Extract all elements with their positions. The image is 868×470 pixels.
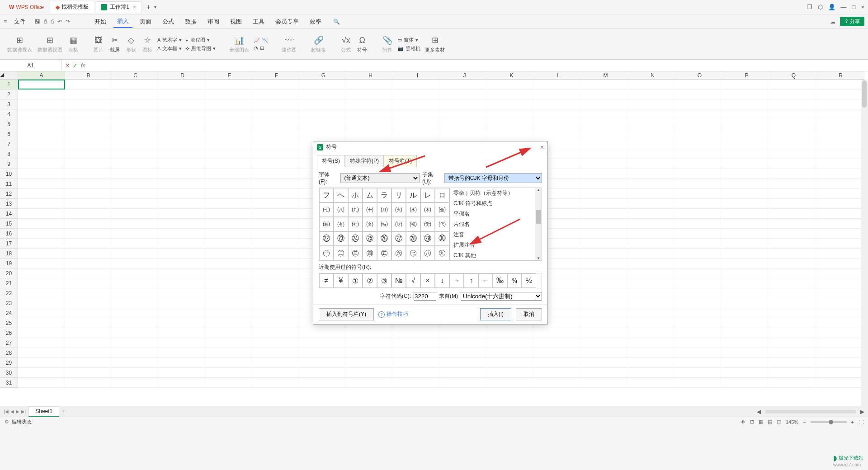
col-header-G[interactable]: G bbox=[300, 71, 347, 80]
col-header-O[interactable]: O bbox=[676, 71, 723, 80]
cell[interactable] bbox=[112, 268, 159, 278]
cell[interactable] bbox=[112, 159, 159, 169]
cell[interactable] bbox=[159, 159, 206, 169]
cell[interactable] bbox=[18, 159, 65, 169]
cell[interactable] bbox=[817, 219, 864, 229]
cell[interactable] bbox=[723, 268, 770, 278]
symbol-cell[interactable]: ㉒ bbox=[319, 231, 334, 246]
cell[interactable] bbox=[65, 348, 112, 358]
row-header-12[interactable]: 12 bbox=[0, 189, 18, 199]
row-header-2[interactable]: 2 bbox=[0, 89, 18, 99]
cell[interactable] bbox=[206, 209, 253, 219]
cell[interactable] bbox=[676, 229, 723, 239]
cell[interactable] bbox=[441, 338, 488, 348]
cell[interactable] bbox=[112, 278, 159, 288]
cell[interactable] bbox=[112, 308, 159, 318]
cell[interactable] bbox=[535, 338, 582, 348]
col-header-E[interactable]: E bbox=[206, 71, 253, 80]
undo-icon[interactable]: ↶ bbox=[57, 19, 62, 25]
symbol-cell[interactable]: ㉚ bbox=[435, 231, 449, 246]
cell[interactable] bbox=[159, 229, 206, 239]
col-header-A[interactable]: A bbox=[18, 71, 65, 80]
cell[interactable] bbox=[676, 80, 723, 89]
symbol-cell[interactable]: ㈷ bbox=[406, 217, 420, 231]
cell[interactable] bbox=[488, 348, 535, 358]
symbol-cell[interactable]: ル bbox=[406, 188, 420, 202]
cell[interactable] bbox=[112, 199, 159, 209]
cell[interactable] bbox=[817, 268, 864, 278]
allcharts-button[interactable]: 📊全部图表 bbox=[227, 34, 251, 54]
cell[interactable] bbox=[206, 199, 253, 209]
cell[interactable] bbox=[676, 368, 723, 378]
cell[interactable] bbox=[112, 99, 159, 109]
cell[interactable] bbox=[770, 179, 817, 189]
accept-formula-icon[interactable]: ✓ bbox=[73, 62, 77, 69]
cell[interactable] bbox=[676, 149, 723, 159]
cell[interactable] bbox=[159, 318, 206, 328]
mindmap-button[interactable]: ⊹思维导图▾ bbox=[184, 45, 217, 52]
cell[interactable] bbox=[18, 99, 65, 109]
cell[interactable] bbox=[723, 179, 770, 189]
cell[interactable] bbox=[676, 278, 723, 288]
cell[interactable] bbox=[441, 119, 488, 129]
row-header-11[interactable]: 11 bbox=[0, 179, 18, 189]
cell[interactable] bbox=[206, 308, 253, 318]
cell[interactable] bbox=[535, 368, 582, 378]
cell[interactable] bbox=[817, 99, 864, 109]
cell[interactable] bbox=[300, 89, 347, 99]
view-reading-icon[interactable]: ◫ bbox=[777, 419, 781, 425]
cancel-formula-icon[interactable]: × bbox=[66, 62, 69, 69]
cell[interactable] bbox=[65, 179, 112, 189]
cell[interactable] bbox=[629, 318, 676, 328]
cell[interactable] bbox=[18, 318, 65, 328]
cell[interactable] bbox=[629, 149, 676, 159]
cell[interactable] bbox=[488, 328, 535, 338]
cell[interactable] bbox=[629, 298, 676, 308]
cell[interactable] bbox=[770, 338, 817, 348]
cell[interactable] bbox=[253, 159, 300, 169]
cell[interactable] bbox=[770, 219, 817, 229]
row-header-7[interactable]: 7 bbox=[0, 139, 18, 149]
recent-symbol-cell[interactable]: × bbox=[420, 273, 435, 288]
recent-symbols-grid[interactable]: ≠¥①②③№√×↓→↑←‰¾½ bbox=[319, 273, 542, 288]
symbol-cell[interactable]: ロ bbox=[435, 188, 449, 202]
cell[interactable] bbox=[582, 308, 629, 318]
dropdown-item[interactable]: 注音 bbox=[450, 230, 542, 240]
cell[interactable] bbox=[394, 328, 441, 338]
shape-button[interactable]: ◇形状 bbox=[124, 34, 138, 54]
cell[interactable] bbox=[206, 348, 253, 358]
cell[interactable] bbox=[441, 358, 488, 368]
cell[interactable] bbox=[65, 89, 112, 99]
cell[interactable] bbox=[159, 209, 206, 219]
row-header-29[interactable]: 29 bbox=[0, 358, 18, 368]
cell[interactable] bbox=[723, 328, 770, 338]
search-icon[interactable]: 🔍 bbox=[333, 19, 340, 25]
menu-review[interactable]: 审阅 bbox=[204, 16, 223, 28]
cell[interactable] bbox=[300, 348, 347, 358]
symbol-grid[interactable]: フヘホムラリルレロ㈦㈧㈨㈩㈪㈫㈬㈭㈮㈱㈲㈳㈴㈵㈶㈷㈸㈹㉒㉓㉔㉕㉖㉗㉘㉙㉚㊀㊁㊂㊃… bbox=[319, 188, 449, 260]
add-sheet-button[interactable]: + bbox=[62, 408, 66, 415]
cell[interactable] bbox=[817, 139, 864, 149]
cell[interactable] bbox=[18, 199, 65, 209]
cell[interactable] bbox=[112, 249, 159, 258]
cell[interactable] bbox=[582, 219, 629, 229]
cell[interactable] bbox=[723, 99, 770, 109]
cell[interactable] bbox=[629, 249, 676, 258]
cell[interactable] bbox=[676, 179, 723, 189]
col-header-P[interactable]: P bbox=[723, 71, 770, 80]
cell[interactable] bbox=[582, 89, 629, 99]
cell[interactable] bbox=[582, 189, 629, 199]
cell[interactable] bbox=[206, 368, 253, 378]
cell[interactable] bbox=[770, 159, 817, 169]
row-header-24[interactable]: 24 bbox=[0, 308, 18, 318]
cell[interactable] bbox=[18, 139, 65, 149]
cell[interactable] bbox=[65, 149, 112, 159]
row-header-16[interactable]: 16 bbox=[0, 229, 18, 239]
cell[interactable] bbox=[206, 298, 253, 308]
symbol-cell[interactable]: ㊀ bbox=[319, 246, 334, 260]
cell[interactable] bbox=[159, 239, 206, 249]
cell[interactable] bbox=[347, 368, 394, 378]
tab-symbolbar[interactable]: 符号栏(T) bbox=[384, 155, 417, 167]
cell[interactable] bbox=[206, 278, 253, 288]
symbol-cell[interactable]: リ bbox=[392, 188, 406, 202]
